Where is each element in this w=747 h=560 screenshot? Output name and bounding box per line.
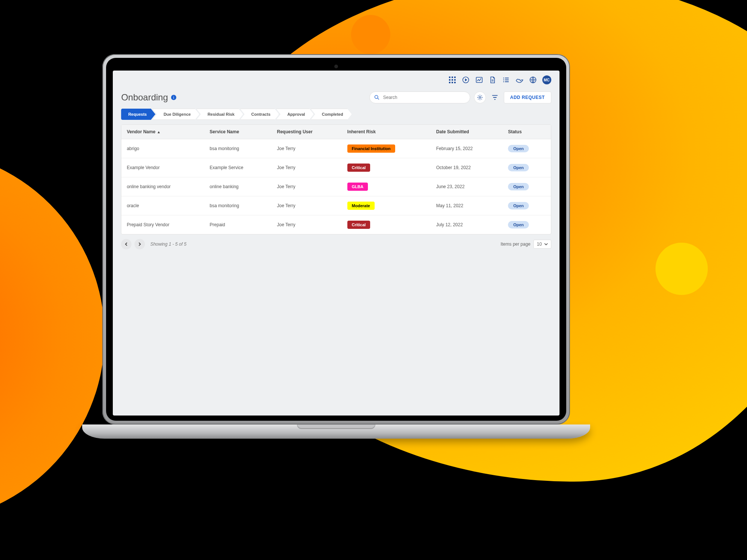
service-cell: online banking <box>204 177 272 196</box>
globe-icon[interactable] <box>529 76 537 84</box>
page-title: Onboarding i <box>121 92 176 103</box>
vendor-cell: Prepaid Story Vendor <box>121 215 204 234</box>
col-inherent-risk[interactable]: Inherent Risk <box>342 125 431 139</box>
filter-button[interactable] <box>489 91 501 103</box>
risk-cell: GLBA <box>342 177 431 196</box>
pager-prev-button[interactable] <box>121 239 131 249</box>
sort-indicator-icon: ▲ <box>157 130 161 134</box>
status-badge[interactable]: Open <box>508 145 529 152</box>
vendor-cell: abrigo <box>121 139 204 158</box>
svg-rect-6 <box>449 82 450 83</box>
date-cell: July 12, 2022 <box>431 215 503 234</box>
laptop-lid: MC Onboarding i <box>102 54 570 424</box>
date-cell: June 23, 2022 <box>431 177 503 196</box>
user-cell: Joe Terry <box>272 139 342 158</box>
risk-badge: Financial Institution <box>347 144 395 153</box>
user-cell: Joe Terry <box>272 177 342 196</box>
svg-rect-3 <box>449 79 450 81</box>
risk-cell: Financial Institution <box>342 139 431 158</box>
svg-rect-0 <box>449 77 450 78</box>
status-cell: Open <box>503 196 551 215</box>
svg-point-13 <box>503 81 504 82</box>
user-avatar[interactable]: MC <box>542 75 551 84</box>
risk-cell: Moderate <box>342 196 431 215</box>
table-row[interactable]: oraclebsa monitoringJoe TerryModerateMay… <box>121 196 551 215</box>
col-requesting-user[interactable]: Requesting User <box>272 125 342 139</box>
col-status[interactable]: Status <box>503 125 551 139</box>
chevron-left-icon <box>124 242 128 246</box>
svg-rect-1 <box>452 77 453 78</box>
date-cell: October 19, 2022 <box>431 158 503 177</box>
risk-badge: Critical <box>347 221 370 229</box>
risk-cell: Critical <box>342 158 431 177</box>
col-vendor-name[interactable]: Vendor Name▲ <box>121 125 204 139</box>
stage: MC Onboarding i <box>0 0 747 560</box>
background-dot-yellow <box>655 243 708 295</box>
items-per-page-value: 10 <box>537 242 542 247</box>
status-badge[interactable]: Open <box>508 164 529 171</box>
page-title-text: Onboarding <box>121 92 168 103</box>
pager-summary: Showing 1 - 5 of 5 <box>150 242 186 247</box>
vendor-cell: oracle <box>121 196 204 215</box>
play-circle-icon[interactable] <box>462 76 470 84</box>
settings-button[interactable] <box>474 91 486 103</box>
workflow-steps: RequestsDue DiligenceResidual RiskContra… <box>113 109 559 124</box>
svg-point-12 <box>503 80 504 80</box>
search-field[interactable] <box>382 94 465 100</box>
vendor-cell: Example Vendor <box>121 158 204 177</box>
add-request-button[interactable]: ADD REQUEST <box>504 91 551 103</box>
laptop-camera <box>334 65 338 68</box>
date-cell: May 11, 2022 <box>431 196 503 215</box>
list-icon[interactable] <box>502 76 510 84</box>
step-contracts[interactable]: Contracts <box>240 109 279 120</box>
svg-point-16 <box>479 97 481 99</box>
step-due-diligence[interactable]: Due Diligence <box>152 109 199 120</box>
status-badge[interactable]: Open <box>508 221 529 228</box>
laptop-base <box>82 424 590 439</box>
user-cell: Joe Terry <box>272 196 342 215</box>
svg-point-11 <box>503 78 504 78</box>
table-header-row: Vendor Name▲Service NameRequesting UserI… <box>121 125 551 139</box>
step-completed[interactable]: Completed <box>311 109 352 120</box>
status-cell: Open <box>503 139 551 158</box>
user-cell: Joe Terry <box>272 215 342 234</box>
pager-next-button[interactable] <box>134 239 145 249</box>
table-row[interactable]: Example VendorExample ServiceJoe TerryCr… <box>121 158 551 177</box>
document-icon[interactable] <box>489 76 497 84</box>
risk-badge: Moderate <box>347 202 375 210</box>
service-cell: Prepaid <box>204 215 272 234</box>
col-service-name[interactable]: Service Name <box>204 125 272 139</box>
laptop-mockup: MC Onboarding i <box>82 54 590 439</box>
risk-badge: GLBA <box>347 183 368 191</box>
table-row[interactable]: abrigobsa monitoringJoe TerryFinancial I… <box>121 139 551 158</box>
background-dot-orange <box>351 15 390 54</box>
step-approval[interactable]: Approval <box>276 109 314 120</box>
date-cell: February 15, 2022 <box>431 139 503 158</box>
table-row[interactable]: Prepaid Story VendorPrepaidJoe TerryCrit… <box>121 215 551 234</box>
status-cell: Open <box>503 158 551 177</box>
info-icon[interactable]: i <box>171 95 176 100</box>
items-per-page-select[interactable]: 10 <box>533 240 551 249</box>
step-requests[interactable]: Requests <box>121 109 155 120</box>
status-badge[interactable]: Open <box>508 183 529 190</box>
step-residual-risk[interactable]: Residual Risk <box>196 109 243 120</box>
status-badge[interactable]: Open <box>508 202 529 209</box>
apps-grid-icon[interactable] <box>448 76 456 84</box>
top-icon-bar: MC <box>113 71 559 89</box>
svg-rect-2 <box>454 77 456 78</box>
service-cell: bsa monitoring <box>204 196 272 215</box>
user-cell: Joe Terry <box>272 158 342 177</box>
svg-point-15 <box>375 95 378 98</box>
laptop-notch <box>297 424 375 429</box>
status-cell: Open <box>503 177 551 196</box>
svg-rect-4 <box>452 79 453 81</box>
requests-table: Vendor Name▲Service NameRequesting UserI… <box>121 124 551 234</box>
vendor-cell: online banking vendor <box>121 177 204 196</box>
table-row[interactable]: online banking vendoronline bankingJoe T… <box>121 177 551 196</box>
search-input[interactable] <box>369 91 470 103</box>
hand-icon[interactable] <box>515 76 524 84</box>
chart-icon[interactable] <box>475 76 483 84</box>
service-cell: Example Service <box>204 158 272 177</box>
service-cell: bsa monitoring <box>204 139 272 158</box>
col-date-submitted[interactable]: Date Submitted <box>431 125 503 139</box>
